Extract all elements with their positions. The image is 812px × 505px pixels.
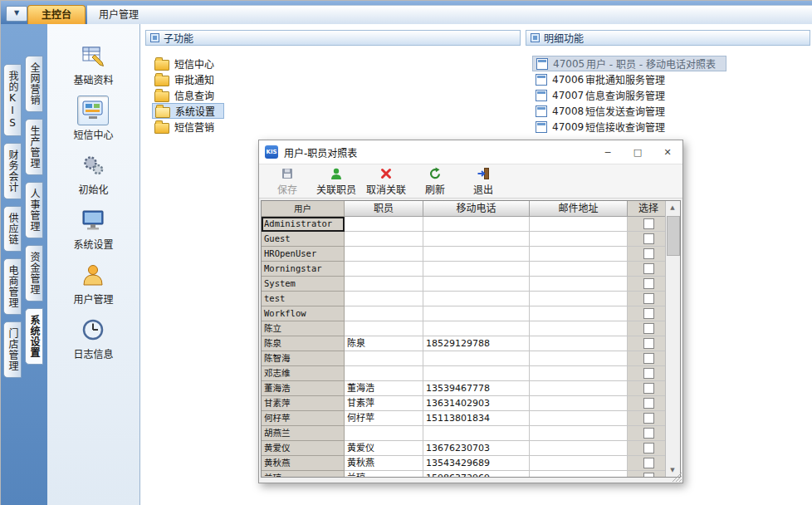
cell-employee[interactable] — [345, 426, 423, 441]
table-row[interactable]: HROpenUser — [262, 247, 665, 262]
cell-select[interactable] — [628, 366, 665, 381]
cell-email[interactable] — [530, 366, 628, 381]
tab-user-management[interactable]: 用户管理 — [87, 6, 150, 25]
detail-item[interactable]: 47009短信接收查询管理 — [532, 119, 675, 135]
row-checkbox[interactable] — [643, 248, 654, 259]
cell-mobile[interactable] — [423, 217, 530, 232]
cell-mobile[interactable] — [423, 262, 530, 277]
cell-email[interactable] — [530, 277, 628, 292]
cell-email[interactable] — [530, 247, 628, 262]
exit-button[interactable]: 退出 — [460, 165, 506, 197]
cell-email[interactable] — [530, 321, 628, 336]
cell-employee[interactable] — [345, 277, 423, 292]
row-checkbox[interactable] — [643, 458, 654, 468]
cell-employee[interactable] — [345, 351, 423, 366]
row-checkbox[interactable] — [643, 233, 654, 244]
cell-employee[interactable]: 甘素萍 — [345, 396, 423, 411]
cell-mobile[interactable] — [423, 247, 530, 262]
cell-select[interactable] — [628, 232, 665, 247]
nav-item[interactable]: 初始化 — [78, 150, 110, 196]
cell-select[interactable] — [628, 381, 665, 396]
nav-item[interactable]: 短信中心 — [73, 96, 113, 141]
cell-employee[interactable] — [345, 247, 423, 262]
cell-user[interactable]: Workflow — [262, 306, 345, 321]
cell-select[interactable] — [628, 217, 665, 232]
scroll-up-icon[interactable]: ▲ — [666, 201, 679, 214]
cell-mobile[interactable]: 15986372969 — [423, 471, 530, 477]
cell-select[interactable] — [628, 351, 665, 366]
cell-user[interactable]: 陈立 — [262, 321, 345, 336]
table-row[interactable]: 甘素萍甘素萍13631402903 — [262, 396, 665, 411]
row-checkbox[interactable] — [643, 443, 654, 454]
unlink-button[interactable]: 取消关联 — [362, 165, 410, 197]
cell-mobile[interactable]: 13543429689 — [423, 456, 530, 471]
cell-mobile[interactable] — [423, 321, 530, 336]
cell-employee[interactable]: 黄秋燕 — [345, 456, 423, 471]
module-tab[interactable]: 资金管理 — [25, 245, 43, 302]
row-checkbox[interactable] — [643, 308, 654, 319]
cell-user[interactable]: 胡燕兰 — [262, 426, 345, 441]
cell-user[interactable]: HROpenUser — [262, 247, 345, 262]
cell-select[interactable] — [628, 292, 665, 306]
cell-select[interactable] — [628, 262, 665, 277]
nav-item[interactable]: 用户管理 — [73, 260, 113, 306]
row-checkbox[interactable] — [643, 428, 654, 439]
resize-grip[interactable] — [671, 471, 682, 482]
cell-select[interactable] — [628, 277, 665, 292]
cell-user[interactable]: 陈智海 — [262, 351, 345, 366]
row-checkbox[interactable] — [643, 293, 654, 304]
cell-email[interactable] — [530, 411, 628, 426]
column-header-user[interactable]: 用户 — [262, 201, 345, 217]
tree-item[interactable]: 审批通知 — [152, 71, 223, 87]
table-row[interactable]: 胡燕兰 — [262, 426, 665, 441]
cell-user[interactable]: 甘素萍 — [262, 396, 345, 411]
cell-select[interactable] — [628, 471, 665, 477]
cell-user[interactable]: 黄秋燕 — [262, 456, 345, 471]
row-checkbox[interactable] — [643, 473, 654, 477]
tree-item[interactable]: 短信营销 — [152, 119, 223, 135]
cell-employee[interactable] — [345, 306, 423, 321]
row-checkbox[interactable] — [643, 383, 654, 394]
cell-employee[interactable] — [345, 262, 423, 277]
detail-item[interactable]: 47007信息查询服务管理 — [532, 87, 675, 103]
cell-mobile[interactable] — [423, 277, 530, 292]
cell-email[interactable] — [530, 351, 628, 366]
table-row[interactable]: 董海浩董海浩13539467778 — [262, 381, 665, 396]
row-checkbox[interactable] — [643, 353, 654, 364]
minimize-button[interactable]: ─ — [593, 140, 623, 164]
cell-user[interactable]: test — [262, 292, 345, 306]
cell-mobile[interactable] — [423, 366, 530, 381]
cell-email[interactable] — [530, 426, 628, 441]
cell-employee[interactable] — [345, 321, 423, 336]
table-row[interactable]: 陈泉陈泉18529129788 — [262, 336, 665, 351]
cell-email[interactable] — [530, 441, 628, 456]
cell-email[interactable] — [530, 232, 628, 247]
table-row[interactable]: Workflow — [262, 306, 665, 321]
scrollbar-thumb[interactable] — [667, 216, 680, 256]
table-row[interactable]: 陈智海 — [262, 351, 665, 366]
cell-employee[interactable] — [345, 217, 423, 232]
cell-email[interactable] — [530, 456, 628, 471]
table-row[interactable]: System — [262, 277, 665, 292]
module-tab[interactable]: 财务会计 — [3, 143, 22, 199]
cell-email[interactable] — [530, 306, 628, 321]
cell-select[interactable] — [628, 456, 665, 471]
nav-item[interactable]: 日志信息 — [73, 315, 113, 360]
cell-user[interactable]: System — [262, 277, 345, 292]
detail-item[interactable]: 47008短信发送查询管理 — [532, 103, 675, 119]
cell-mobile[interactable] — [423, 306, 530, 321]
cell-user[interactable]: 陈泉 — [262, 336, 345, 351]
cell-email[interactable] — [530, 471, 628, 477]
cell-employee[interactable]: 何杍苹 — [345, 411, 423, 426]
close-button[interactable]: ✕ — [653, 140, 682, 164]
module-tab[interactable]: 生产管理 — [25, 119, 43, 175]
row-checkbox[interactable] — [643, 413, 654, 424]
cell-select[interactable] — [628, 411, 665, 426]
cell-mobile[interactable] — [423, 292, 530, 306]
cell-select[interactable] — [628, 336, 665, 351]
table-row[interactable]: Administrator — [262, 217, 665, 232]
cell-email[interactable] — [530, 336, 628, 351]
cell-employee[interactable] — [345, 232, 423, 247]
table-row[interactable]: 兰琼兰琼15986372969 — [262, 471, 665, 477]
tab-console[interactable]: 主控台 — [27, 5, 86, 25]
